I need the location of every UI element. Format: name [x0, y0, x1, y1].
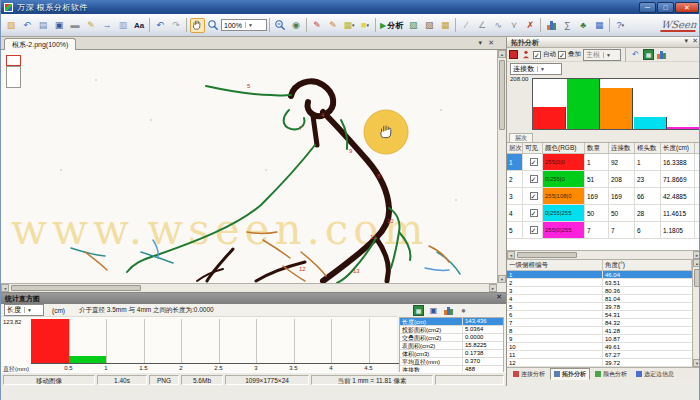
table-row[interactable]: 3✓255|108|01691696642.4885	[507, 188, 700, 205]
close-button[interactable]: ✕	[675, 2, 699, 13]
back-icon[interactable]: ↶	[20, 18, 35, 33]
analysis-tab[interactable]: 拓扑分析	[550, 368, 590, 380]
stat-row[interactable]: 交叠面积(cm2)0.0000	[400, 334, 503, 342]
table-row[interactable]: 4✓0|255|25550502811.4615	[507, 205, 700, 222]
vscroll-thumb[interactable]	[499, 60, 505, 130]
hscroll-thumb[interactable]	[517, 252, 577, 258]
scroll-right-icon[interactable]: ►	[693, 251, 700, 259]
stat-row[interactable]: 投影面积(cm2)5.0364	[400, 326, 503, 334]
image-canvas[interactable]: www.wseen.com	[1, 50, 497, 283]
analyze-button[interactable]: ▶分析	[380, 20, 403, 31]
export-excel-icon[interactable]: ▦	[643, 49, 654, 60]
tab-list-dropdown-icon[interactable]: ▾	[479, 39, 483, 47]
vscroll-thumb[interactable]	[694, 269, 700, 287]
minimize-button[interactable]: ─	[639, 2, 656, 13]
canvas-horizontal-scrollbar[interactable]: ◄ ►	[1, 283, 497, 292]
angle-row[interactable]: 1049.61	[507, 343, 700, 351]
scroll-left-icon[interactable]: ◄	[507, 251, 515, 259]
angle-row[interactable]: 539.78	[507, 303, 700, 311]
table-horizontal-scrollbar[interactable]: ◄ ►	[507, 250, 700, 259]
pin-icon[interactable]: ▾	[685, 37, 689, 45]
zoom-level-combo[interactable]: 100%▼	[221, 19, 267, 31]
measure-combo[interactable]: 长度▼	[4, 304, 44, 316]
copy-icon[interactable]: ▥	[116, 18, 131, 33]
visible-checkbox[interactable]: ✓	[530, 175, 538, 183]
maximize-button[interactable]: □	[657, 2, 674, 13]
scroll-up-icon[interactable]: ▲	[693, 259, 700, 267]
delete-stroke-icon[interactable]: ✗	[523, 18, 538, 33]
metric-combo[interactable]: 连接数▼	[510, 63, 562, 75]
hscroll-thumb[interactable]	[11, 285, 141, 291]
analysis-tab[interactable]: 颜色分析	[591, 368, 631, 380]
document-tab[interactable]: 根系-2.png(100%)	[4, 38, 76, 50]
stat-row[interactable]: 长度(cm)143.436	[400, 318, 503, 326]
save-icon[interactable]: ▣	[52, 18, 67, 33]
analysis-tab[interactable]: 连接分析	[509, 368, 549, 380]
person-icon[interactable]	[520, 49, 531, 60]
angle-row[interactable]: 654.31	[507, 311, 700, 319]
root-trace-icon[interactable]: ▧	[422, 18, 437, 33]
highlight-color-icon[interactable]: ■▾	[358, 18, 373, 33]
table-row[interactable]: 5✓255|0|2557761.1805	[507, 222, 700, 239]
angle-row[interactable]: 841.28	[507, 327, 700, 335]
scroll-down-icon[interactable]: ▼	[498, 275, 506, 283]
annotate-pen-icon[interactable]: ✎	[326, 18, 341, 33]
canvas-vertical-scrollbar[interactable]: ▲ ▼	[497, 50, 506, 283]
open-folder-icon[interactable]: ▨	[4, 18, 19, 33]
visible-checkbox[interactable]: ✓	[530, 209, 538, 217]
scroll-down-icon[interactable]: ▼	[693, 359, 700, 367]
stats-sum-icon[interactable]: ∑	[560, 18, 575, 33]
angle-row[interactable]: 481.04	[507, 295, 700, 303]
data-grid-icon[interactable]: ▦	[592, 18, 607, 33]
visible-checkbox[interactable]: ✓	[530, 192, 538, 200]
scroll-left-icon[interactable]: ◄	[1, 284, 9, 292]
tab-close-icon[interactable]: ✕	[488, 39, 494, 47]
analysis-tab[interactable]: 选定边信息	[632, 368, 678, 380]
level-tab[interactable]: 层次	[509, 133, 533, 142]
histogram-panel-close-icon[interactable]: ✕	[496, 293, 502, 301]
angle-row[interactable]: 1239.72	[507, 359, 700, 367]
angle-row[interactable]: 784.32	[507, 319, 700, 327]
tree-view-icon[interactable]: ♣	[576, 18, 591, 33]
table-row[interactable]: 2✓0|255|0512082371.8669	[507, 171, 700, 188]
undo-icon[interactable]: ↶	[153, 18, 168, 33]
stat-row[interactable]: 平均直径(mm)0.370	[400, 358, 503, 366]
chart-icon[interactable]	[443, 305, 454, 316]
draw-polyline-icon[interactable]: ∠	[475, 18, 490, 33]
hand-tool[interactable]	[190, 18, 205, 33]
draw-curve-icon[interactable]: ∿	[491, 18, 506, 33]
root-mark-icon[interactable]: ▦	[438, 18, 453, 33]
visible-checkbox[interactable]: ✓	[530, 226, 538, 234]
help-icon[interactable]: ?▾	[613, 18, 628, 33]
stat-row[interactable]: 表面积(cm2)15.8225	[400, 342, 503, 350]
print-icon[interactable]: ▬	[68, 18, 83, 33]
angle-row[interactable]: 380.36	[507, 287, 700, 295]
zoom-tool[interactable]	[206, 18, 221, 33]
auto-checkbox[interactable]: ✓	[533, 51, 541, 59]
panel-close-icon[interactable]: ✕	[692, 37, 698, 45]
chart-icon[interactable]	[656, 49, 667, 60]
histogram-icon[interactable]	[544, 18, 559, 33]
edit-pencil-icon[interactable]: ✎	[84, 18, 99, 33]
settings-gear-icon[interactable]: ●	[458, 305, 469, 316]
angle-row[interactable]: 146.04	[507, 271, 700, 279]
redo-icon[interactable]: ↷	[169, 18, 184, 33]
angle-row[interactable]: 1167.27	[507, 351, 700, 359]
measure-pen-icon[interactable]: ✎	[310, 18, 325, 33]
overlay-checkbox[interactable]: ✓	[558, 51, 566, 59]
angle-table-scrollbar[interactable]: ▲ ▼	[692, 259, 700, 367]
angle-row[interactable]: 910.87	[507, 335, 700, 343]
stat-row[interactable]: 体积(cm3)0.1738	[400, 350, 503, 358]
fit-view-icon[interactable]: ◉	[289, 18, 304, 33]
text-tool-icon[interactable]: Aa	[132, 18, 147, 33]
scroll-right-icon[interactable]: ►	[489, 284, 497, 292]
export-icon[interactable]: →	[100, 18, 115, 33]
fill-color-icon[interactable]: ▦▾	[342, 18, 357, 33]
export-excel-icon[interactable]: ▦	[413, 305, 424, 316]
undo-icon[interactable]: ↶	[630, 49, 641, 60]
scroll-up-icon[interactable]: ▲	[498, 50, 506, 58]
visible-checkbox[interactable]: ✓	[530, 158, 538, 166]
root-combo[interactable]: 主根▼	[583, 49, 621, 61]
angle-row[interactable]: 263.51	[507, 279, 700, 287]
save-report-icon[interactable]: ▣	[428, 305, 439, 316]
